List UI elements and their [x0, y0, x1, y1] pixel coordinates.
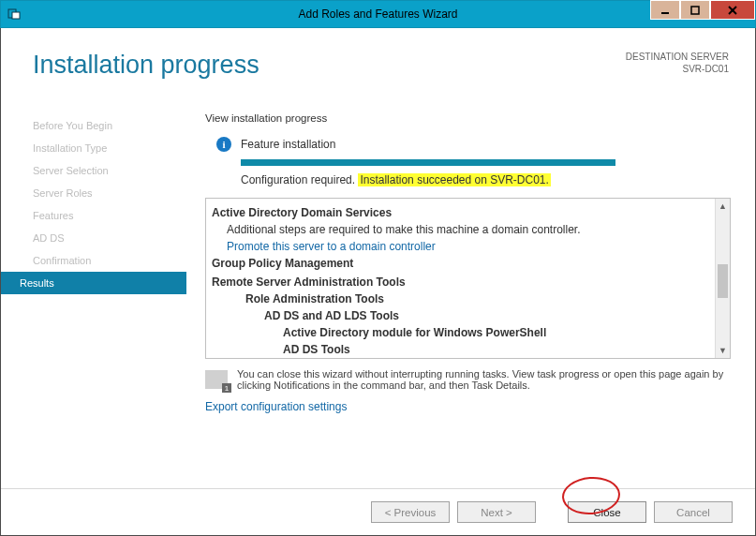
close-button[interactable]: Close [568, 501, 646, 523]
destination-server: DESTINATION SERVER SVR-DC01 [626, 51, 729, 75]
tree-adds-tools: AD DS Tools [212, 341, 705, 358]
destination-label: DESTINATION SERVER [626, 51, 729, 63]
step-server-roles: Server Roles [1, 182, 186, 204]
next-button: Next > [457, 501, 536, 523]
flag-icon: 1 [222, 383, 231, 393]
minimize-button[interactable] [650, 0, 680, 20]
step-features: Features [1, 204, 186, 227]
feature-install-label: Feature installation [241, 138, 335, 151]
scrollbar[interactable]: ▲ ▼ [715, 199, 730, 358]
tree-ad-ps: Active Directory module for Windows Powe… [212, 324, 705, 341]
cancel-button: Cancel [654, 501, 733, 523]
header: Installation progress DESTINATION SERVER… [1, 28, 755, 80]
feature-install-row: i Feature installation [216, 137, 731, 152]
window-controls [650, 1, 755, 27]
content-subtitle: View installation progress [205, 112, 731, 124]
progress-bar [241, 159, 615, 166]
page-heading: Installation progress [33, 51, 626, 80]
titlebar: Add Roles and Features Wizard [0, 0, 756, 28]
wizard-steps: Before You Begin Installation Type Serve… [1, 112, 186, 488]
main: Before You Begin Installation Type Serve… [1, 112, 755, 488]
tree-rsat: Remote Server Administration Tools [212, 274, 705, 290]
step-ad-ds: AD DS [1, 227, 186, 249]
previous-button: < Previous [371, 501, 450, 523]
tree-role-admin: Role Administration Tools [212, 290, 705, 307]
status-highlight: Installation succeeded on SVR-DC01. [358, 173, 550, 186]
scroll-up-icon[interactable]: ▲ [716, 199, 730, 214]
step-results[interactable]: Results [1, 272, 186, 294]
close-window-button[interactable] [710, 0, 755, 20]
details-body: Active Directory Domain Services Additio… [206, 199, 715, 358]
svg-rect-3 [691, 7, 699, 14]
svg-rect-1 [12, 12, 20, 19]
scroll-thumb[interactable] [718, 264, 728, 298]
notifications-icon: 1 [205, 370, 228, 389]
content: View installation progress i Feature ins… [186, 112, 755, 488]
step-installation-type: Installation Type [1, 137, 186, 159]
svg-line-5 [729, 7, 736, 14]
hint: 1 You can close this wizard without inte… [205, 368, 731, 391]
status-line: Configuration required. Installation suc… [241, 173, 731, 186]
dialog-body: Installation progress DESTINATION SERVER… [0, 28, 756, 536]
destination-value: SVR-DC01 [626, 63, 729, 75]
details-box: Active Directory Domain Services Additio… [205, 198, 731, 359]
tree-adds-note: Additional steps are required to make th… [212, 221, 705, 238]
hint-text: You can close this wizard without interr… [237, 368, 731, 391]
step-before-you-begin: Before You Begin [1, 114, 186, 137]
maximize-button[interactable] [680, 0, 710, 20]
step-confirmation: Confirmation [1, 249, 186, 272]
svg-line-4 [729, 7, 736, 14]
status-prefix: Configuration required. [241, 173, 358, 186]
step-server-selection: Server Selection [1, 159, 186, 182]
footer: < Previous Next > Close Cancel [1, 488, 755, 535]
tree-adds: Active Directory Domain Services [212, 204, 705, 221]
info-icon: i [216, 137, 231, 152]
promote-link[interactable]: Promote this server to a domain controll… [212, 240, 436, 253]
tree-gpm: Group Policy Management [212, 255, 705, 272]
window-title: Add Roles and Features Wizard [1, 7, 755, 21]
tree-adds-lds: AD DS and AD LDS Tools [212, 307, 705, 324]
app-icon [1, 1, 27, 27]
scroll-down-icon[interactable]: ▼ [716, 343, 730, 358]
export-settings-link[interactable]: Export configuration settings [205, 400, 347, 413]
